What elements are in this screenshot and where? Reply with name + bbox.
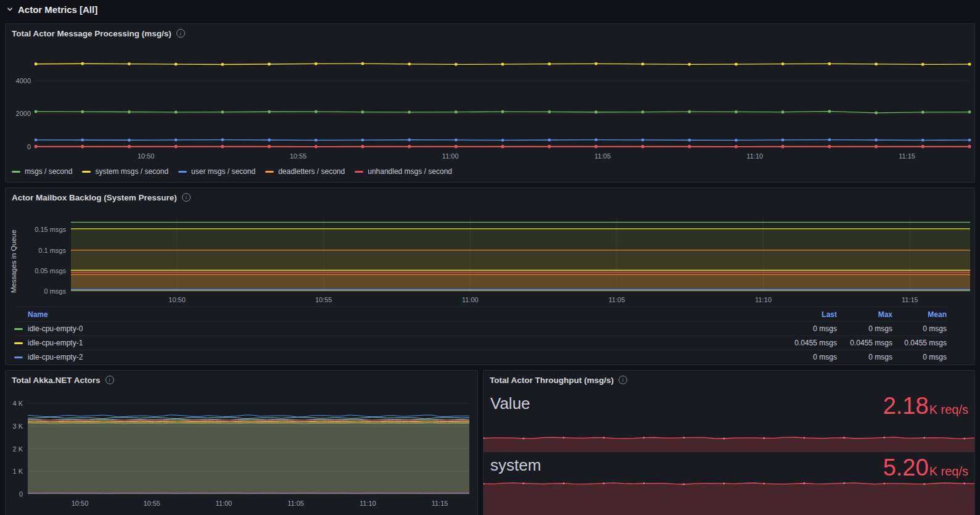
panel-header: Actor Mailbox Backlog (System Pressure) bbox=[6, 188, 974, 207]
column-header-last[interactable]: Last bbox=[775, 310, 837, 319]
stat-number: 2.18 bbox=[883, 394, 929, 418]
legend-swatch bbox=[14, 328, 23, 330]
legend-swatch bbox=[12, 171, 20, 173]
cell-mean: 0.0455 msgs bbox=[892, 339, 947, 347]
panel-message-processing: Total Actor Message Processing (msg/s) 0… bbox=[5, 23, 975, 183]
legend-item[interactable]: msgs / second bbox=[12, 167, 72, 176]
legend-swatch bbox=[355, 171, 363, 173]
info-icon[interactable] bbox=[176, 29, 185, 38]
mailbox-backlog-chart[interactable]: 0 msgs0.05 msgs0.1 msgs0.15 msgs10:5010:… bbox=[19, 207, 974, 307]
stat-header: system5.20K req/s bbox=[484, 456, 974, 480]
svg-text:11:15: 11:15 bbox=[432, 500, 448, 507]
series-name-label: idle-cpu-empty-2 bbox=[28, 353, 83, 361]
svg-text:0 msgs: 0 msgs bbox=[44, 287, 67, 295]
legend-item[interactable]: unhandled msgs / second bbox=[355, 167, 452, 176]
column-header-mean[interactable]: Mean bbox=[892, 310, 947, 319]
svg-text:10:55: 10:55 bbox=[290, 152, 307, 160]
panel-title-mailbox-backlog[interactable]: Actor Mailbox Backlog (System Pressure) bbox=[12, 193, 177, 202]
row-title: Actor Metrics [All] bbox=[18, 4, 97, 15]
svg-text:11:10: 11:10 bbox=[755, 296, 772, 303]
legend-item[interactable]: user msgs / second bbox=[178, 167, 255, 176]
legend-swatch bbox=[265, 171, 274, 173]
svg-text:4 K: 4 K bbox=[12, 400, 23, 407]
svg-text:0.1 msgs: 0.1 msgs bbox=[38, 247, 66, 254]
cell-mean: 0 msgs bbox=[892, 324, 947, 333]
bottom-row: Total Akka.NET Actors 01 K2 K3 K4 K10:50… bbox=[5, 370, 975, 515]
svg-text:4000: 4000 bbox=[16, 77, 31, 84]
svg-text:0: 0 bbox=[27, 143, 31, 150]
legend-swatch bbox=[178, 171, 187, 173]
svg-text:11:05: 11:05 bbox=[609, 296, 625, 303]
svg-text:10:55: 10:55 bbox=[143, 500, 160, 507]
svg-text:11:15: 11:15 bbox=[902, 296, 918, 303]
svg-text:10:55: 10:55 bbox=[315, 296, 332, 303]
legend-swatch bbox=[14, 356, 23, 358]
legend-swatch bbox=[14, 342, 23, 344]
table-row: idle-cpu-empty-20 msgs0 msgs0 msgs bbox=[14, 350, 947, 364]
info-icon[interactable] bbox=[619, 376, 627, 384]
table-row: idle-cpu-empty-00 msgs0 msgs0 msgs bbox=[14, 321, 947, 336]
series-name[interactable]: idle-cpu-empty-0 bbox=[14, 324, 775, 333]
series-name[interactable]: idle-cpu-empty-1 bbox=[14, 339, 775, 347]
panel-title-throughput[interactable]: Total Actor Throughput (msg/s) bbox=[490, 376, 614, 385]
stat-sparkline[interactable] bbox=[484, 480, 974, 515]
cell-max: 0 msgs bbox=[837, 324, 892, 333]
legend-item[interactable]: deadletters / second bbox=[265, 167, 345, 176]
series-name-label: idle-cpu-empty-0 bbox=[28, 324, 83, 333]
panel-header: Total Actor Throughput (msg/s) bbox=[484, 371, 974, 389]
legend-swatch bbox=[82, 171, 91, 173]
chevron-down-icon bbox=[6, 6, 14, 13]
info-icon[interactable] bbox=[182, 193, 191, 202]
legend-item[interactable]: system msgs / second bbox=[82, 167, 168, 176]
legend-label: deadletters / second bbox=[278, 167, 345, 176]
cell-last: 0.0455 msgs bbox=[775, 339, 837, 347]
svg-text:11:00: 11:00 bbox=[216, 500, 233, 507]
panel-header: Total Actor Message Processing (msg/s) bbox=[6, 24, 974, 43]
svg-text:0: 0 bbox=[19, 490, 23, 498]
stat-number: 5.20 bbox=[883, 456, 929, 479]
mailbox-backlog-chart-area: Messages in Queue 0 msgs0.05 msgs0.1 msg… bbox=[6, 207, 974, 307]
cell-last: 0 msgs bbox=[775, 324, 837, 333]
stat-sparkline[interactable] bbox=[484, 435, 974, 452]
cell-mean: 0 msgs bbox=[892, 353, 947, 361]
stat-unit: K req/s bbox=[929, 403, 968, 417]
svg-text:10:50: 10:50 bbox=[168, 296, 186, 303]
stat-label: Value bbox=[490, 394, 530, 413]
series-name[interactable]: idle-cpu-empty-2 bbox=[14, 353, 775, 361]
column-header-max[interactable]: Max bbox=[837, 310, 892, 319]
total-actors-chart[interactable]: 01 K2 K3 K4 K10:5010:5511:0011:0511:1011… bbox=[6, 389, 477, 515]
svg-text:11:10: 11:10 bbox=[360, 500, 376, 507]
svg-text:0.15 msgs: 0.15 msgs bbox=[35, 226, 66, 233]
stat-label: system bbox=[490, 456, 541, 475]
legend-label: unhandled msgs / second bbox=[368, 167, 452, 176]
stat-value: 2.18K req/s bbox=[883, 394, 968, 418]
panel-title-message-processing[interactable]: Total Actor Message Processing (msg/s) bbox=[12, 29, 171, 38]
stat-block-system: system5.20K req/s bbox=[484, 456, 974, 515]
message-processing-chart[interactable]: 02000400010:5010:5511:0011:0511:1011:15 bbox=[6, 43, 974, 163]
panel-title-total-actors[interactable]: Total Akka.NET Actors bbox=[12, 376, 101, 385]
stat-block-value: Value2.18K req/s bbox=[484, 394, 974, 452]
grafana-dashboard: { "colors": { "background": "#111217", "… bbox=[0, 0, 980, 515]
mailbox-legend-table: NameLastMaxMeanidle-cpu-empty-00 msgs0 m… bbox=[6, 307, 974, 364]
legend-table-header: NameLastMaxMean bbox=[14, 307, 947, 321]
svg-text:11:05: 11:05 bbox=[595, 152, 611, 160]
info-icon[interactable] bbox=[105, 376, 114, 384]
svg-text:0.05 msgs: 0.05 msgs bbox=[35, 267, 66, 274]
legend-label: msgs / second bbox=[25, 167, 72, 176]
row-header-actor-metrics[interactable]: Actor Metrics [All] bbox=[0, 0, 980, 19]
stat-list: Value2.18K req/ssystem5.20K req/s bbox=[484, 394, 974, 515]
stat-header: Value2.18K req/s bbox=[484, 394, 974, 419]
svg-text:11:00: 11:00 bbox=[442, 152, 459, 160]
message-processing-legend: msgs / secondsystem msgs / seconduser ms… bbox=[12, 167, 974, 176]
svg-text:2000: 2000 bbox=[16, 110, 31, 117]
svg-text:11:00: 11:00 bbox=[462, 296, 479, 303]
panel-total-actors: Total Akka.NET Actors 01 K2 K3 K4 K10:50… bbox=[5, 370, 478, 515]
panel-mailbox-backlog: Actor Mailbox Backlog (System Pressure) … bbox=[5, 187, 975, 365]
panel-header: Total Akka.NET Actors bbox=[6, 371, 477, 389]
svg-text:11:10: 11:10 bbox=[746, 152, 763, 160]
svg-text:10:50: 10:50 bbox=[138, 152, 155, 160]
column-header-name[interactable]: Name bbox=[14, 310, 775, 319]
legend-label: system msgs / second bbox=[95, 167, 168, 176]
cell-max: 0.0455 msgs bbox=[837, 339, 892, 347]
svg-text:2 K: 2 K bbox=[12, 445, 23, 453]
